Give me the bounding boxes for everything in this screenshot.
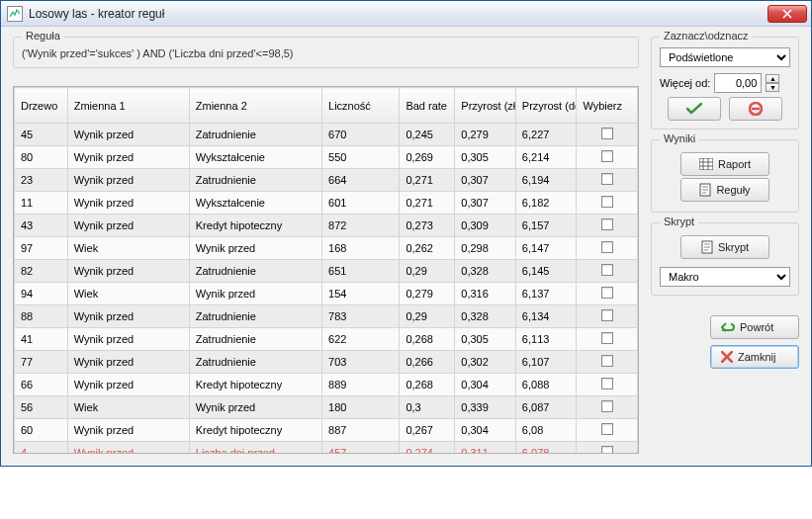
row-checkbox[interactable] [601, 241, 613, 253]
cell-select [577, 351, 638, 374]
cell-lic: 889 [322, 374, 400, 396]
zamknij-button[interactable]: Zamknij [710, 345, 799, 369]
table-row[interactable]: 56WiekWynik przed1800,30,3396,087 [15, 396, 638, 419]
script-legend: Skrypt [660, 216, 698, 227]
col-lic[interactable]: Liczność [322, 88, 400, 124]
cell-select [577, 169, 638, 192]
row-checkbox[interactable] [601, 446, 613, 453]
cell-pz: 0,328 [455, 260, 516, 283]
window-close-button[interactable] [767, 5, 807, 23]
spin-up[interactable]: ▲ [766, 74, 779, 83]
row-checkbox[interactable] [601, 423, 613, 435]
cell-tree: 11 [15, 192, 68, 215]
highlight-select[interactable]: Podświetlone [660, 47, 790, 67]
cell-z1: Wynik przed [67, 351, 189, 374]
cell-z1: Wynik przed [67, 374, 189, 396]
col-z1[interactable]: Zmienna 1 [67, 88, 189, 124]
cell-z1: Wynik przed [67, 146, 189, 169]
spin-down[interactable]: ▼ [766, 83, 779, 92]
table-row[interactable]: 94WiekWynik przed1540,2790,3166,137 [15, 283, 638, 305]
row-checkbox[interactable] [601, 173, 613, 185]
cell-bad: 0,271 [400, 169, 455, 192]
table-row[interactable]: 66Wynik przedKredyt hipoteczny8890,2680,… [15, 374, 638, 396]
row-checkbox[interactable] [601, 128, 613, 139]
col-z2[interactable]: Zmienna 2 [189, 88, 321, 124]
cell-lic: 622 [322, 328, 400, 351]
row-checkbox[interactable] [601, 218, 613, 230]
rule-text: ('Wynik przed'='sukces' ) AND ('Liczba d… [22, 47, 630, 59]
row-checkbox[interactable] [601, 400, 613, 412]
cell-z2: Zatrudnienie [189, 124, 321, 146]
table-row[interactable]: 11Wynik przedWykształcenie6010,2710,3076… [15, 192, 638, 215]
cell-pd: 6,157 [515, 215, 577, 237]
row-checkbox[interactable] [601, 332, 613, 344]
powrot-button[interactable]: Powrót [710, 315, 799, 339]
makro-select[interactable]: Makro [660, 267, 790, 287]
cell-pz: 0,305 [455, 146, 516, 169]
table-header-row: Drzewo Zmienna 1 Zmienna 2 Liczność Bad … [15, 88, 638, 124]
cell-pd: 6,088 [515, 374, 577, 396]
cell-tree: 66 [15, 374, 68, 396]
row-checkbox[interactable] [601, 196, 613, 208]
row-checkbox[interactable] [601, 287, 613, 299]
cell-select [577, 328, 638, 351]
cell-select [577, 146, 638, 169]
cell-select [577, 215, 638, 237]
reject-button[interactable] [729, 97, 782, 121]
cell-z1: Wynik przed [67, 215, 189, 237]
cell-tree: 45 [15, 124, 68, 146]
rules-table-scroll[interactable]: Drzewo Zmienna 1 Zmienna 2 Liczność Bad … [14, 87, 638, 453]
cell-z2: Wykształcenie [189, 192, 321, 215]
col-pz[interactable]: Przyrost (złe) [455, 88, 516, 124]
table-row[interactable]: 77Wynik przedZatrudnienie7030,2660,3026,… [15, 351, 638, 374]
cell-z2: Kredyt hipoteczny [189, 215, 321, 237]
table-row[interactable]: 97WiekWynik przed1680,2620,2986,147 [15, 237, 638, 260]
svg-rect-2 [699, 158, 713, 170]
cell-z2: Zatrudnienie [189, 305, 321, 328]
table-row[interactable]: 45Wynik przedZatrudnienie6700,2450,2796,… [15, 124, 638, 146]
raport-button[interactable]: Raport [680, 152, 769, 176]
row-checkbox[interactable] [601, 355, 613, 367]
table-row[interactable]: 43Wynik przedKredyt hipoteczny8720,2730,… [15, 215, 638, 237]
table-row[interactable]: 80Wynik przedWykształcenie5500,2690,3056… [15, 146, 638, 169]
cell-tree: 88 [15, 305, 68, 328]
table-row[interactable]: 41Wynik przedZatrudnienie6220,2680,3056,… [15, 328, 638, 351]
cell-bad: 0,273 [400, 215, 455, 237]
cell-pd: 6,107 [515, 351, 577, 374]
cell-tree: 80 [15, 146, 68, 169]
cell-z1: Wynik przed [67, 419, 189, 442]
cell-lic: 887 [322, 419, 400, 442]
x-icon [721, 351, 733, 363]
cell-tree: 97 [15, 237, 68, 260]
table-row[interactable]: 60Wynik przedKredyt hipoteczny8870,2670,… [15, 419, 638, 442]
col-tree[interactable]: Drzewo [15, 88, 68, 124]
row-checkbox[interactable] [601, 264, 613, 276]
results-legend: Wyniki [660, 132, 699, 144]
table-row[interactable]: 88Wynik przedZatrudnienie7830,290,3286,1… [15, 305, 638, 328]
skrypt-button[interactable]: Skrypt [680, 235, 769, 259]
row-checkbox[interactable] [601, 378, 613, 389]
cell-z1: Wynik przed [67, 192, 189, 215]
cell-select [577, 374, 638, 396]
cell-z2: Wynik przed [189, 283, 321, 305]
col-bad[interactable]: Bad rate [400, 88, 455, 124]
more-input[interactable] [714, 73, 762, 93]
cell-z2: Zatrudnienie [189, 260, 321, 283]
cell-lic: 783 [322, 305, 400, 328]
table-row[interactable]: 23Wynik przedZatrudnienie6640,2710,3076,… [15, 169, 638, 192]
cell-pd: 6,087 [515, 396, 577, 419]
row-checkbox[interactable] [601, 309, 613, 321]
col-pd[interactable]: Przyrost (dobre) [515, 88, 577, 124]
reguly-button[interactable]: Reguły [680, 178, 769, 202]
cell-pd: 6,137 [515, 283, 577, 305]
table-row[interactable]: 4Wynik przedLiczba dni przed4570,2740,31… [15, 442, 638, 454]
cell-lic: 550 [322, 146, 400, 169]
cell-z2: Zatrudnienie [189, 351, 321, 374]
cell-pz: 0,304 [455, 374, 516, 396]
row-checkbox[interactable] [601, 150, 613, 162]
cell-bad: 0,262 [400, 237, 455, 260]
accept-button[interactable] [668, 97, 721, 121]
table-row[interactable]: 82Wynik przedZatrudnienie6510,290,3286,1… [15, 260, 638, 283]
cell-z2: Wynik przed [189, 396, 321, 419]
col-wy[interactable]: Wybierz [577, 88, 638, 124]
